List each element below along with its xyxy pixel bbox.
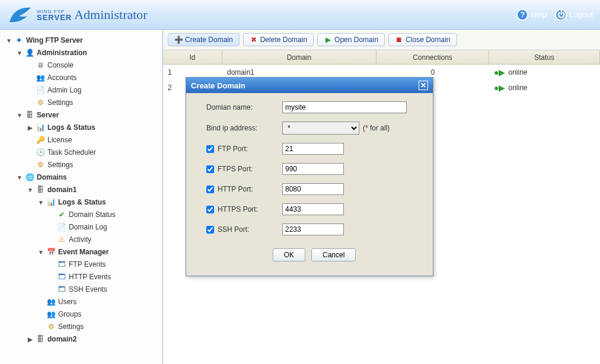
open-domain-button[interactable]: ▶Open Domain [317, 33, 385, 46]
window-icon: 🗔 [57, 285, 66, 295]
domain-name-label: Domian name: [206, 103, 282, 111]
tree-domain1[interactable]: ▼🗄domain1 [27, 184, 160, 196]
online-icon: ●▶ [494, 68, 505, 77]
domain-name-input[interactable] [282, 101, 407, 113]
create-domain-button[interactable]: ➕Create Domain [168, 33, 240, 46]
https-port-input[interactable] [282, 203, 344, 215]
tree-ssh-events[interactable]: 🗔SSH Events [49, 283, 160, 296]
tree-task-scheduler[interactable]: 🕒Task Scheduler [27, 146, 160, 159]
tree-http-events-label: HTTP Events [69, 272, 111, 283]
help-button[interactable]: ? Help [516, 9, 547, 21]
cancel-button[interactable]: Cancel [311, 248, 356, 261]
bind-ip-select[interactable]: * [282, 122, 359, 135]
wing-logo-icon [7, 4, 34, 25]
tree-domain2-label: domain2 [47, 334, 76, 345]
tree-administration[interactable]: ▼👤Administration [17, 47, 160, 59]
log-icon: 📄 [36, 86, 45, 95]
app-logo: WING FTP SERVER Administrator [7, 4, 148, 25]
key-icon: 🔑 [36, 136, 45, 145]
tree-http-events[interactable]: 🗔HTTP Events [49, 271, 160, 283]
disk-icon: 🗄 [36, 186, 45, 195]
https-port-checkbox[interactable] [206, 206, 214, 213]
tree-server[interactable]: ▼🗄Server [17, 109, 160, 122]
delete-domain-label: Delete Domain [260, 36, 307, 44]
http-port-checkbox[interactable] [206, 186, 214, 193]
ssh-port-checkbox[interactable] [206, 226, 214, 234]
open-domain-label: Open Domain [334, 36, 378, 44]
dialog-title-text: Create Domain [191, 81, 245, 90]
close-domain-label: Close Domain [406, 36, 450, 44]
log-icon: 📄 [57, 223, 66, 232]
tree-ftp-events-label: FTP Events [69, 259, 106, 270]
tree-accounts[interactable]: 👥Accounts [27, 72, 160, 84]
dialog-titlebar[interactable]: Create Domain ✕ [186, 78, 433, 93]
dialog-close-button[interactable]: ✕ [419, 81, 428, 90]
ok-button[interactable]: OK [273, 248, 305, 261]
settings-icon: ⚙ [36, 161, 45, 170]
tree-admin-log[interactable]: 📄Admin Log [27, 84, 160, 97]
tree-domain-log[interactable]: 📄Domain Log [49, 221, 160, 234]
help-label: Help [531, 10, 547, 19]
ftps-port-checkbox[interactable] [206, 165, 214, 173]
create-domain-label: Create Domain [185, 36, 233, 44]
delete-icon: ✖ [250, 36, 258, 44]
tree-root[interactable]: ▼✦Wing FTP Server [6, 34, 160, 47]
event-icon: 📅 [46, 248, 56, 257]
close-domain-icon: ⏹ [395, 36, 403, 44]
open-icon: ▶ [324, 36, 332, 44]
tree-groups[interactable]: 👥Groups [38, 308, 160, 321]
tree-server-settings-label: Settings [47, 159, 73, 171]
tree-users-label: Users [58, 296, 76, 308]
tree-ftp-events[interactable]: 🗔FTP Events [49, 258, 160, 271]
tree-groups-label: Groups [58, 309, 81, 320]
groups-icon: 👥 [46, 310, 56, 320]
help-icon: ? [516, 9, 528, 21]
ftps-port-input[interactable] [282, 163, 344, 175]
tree-domains[interactable]: ▼🌐Domains [17, 171, 160, 184]
ssh-port-label: SSH Port: [218, 225, 249, 234]
window-icon: 🗔 [57, 260, 66, 270]
tree-d1-settings[interactable]: ⚙Settings [38, 321, 160, 333]
tree-license-label: License [47, 135, 72, 146]
tree-server-logs[interactable]: ▶📊Logs & Status [27, 122, 160, 134]
tree-d1-logs-status[interactable]: ▼📊Logs & Status [38, 196, 160, 209]
scheduler-icon: 🕒 [36, 148, 45, 158]
delete-domain-button[interactable]: ✖Delete Domain [243, 33, 314, 46]
create-domain-dialog: Create Domain ✕ Domian name: Bind ip add… [186, 77, 433, 276]
tree-server-settings[interactable]: ⚙Settings [27, 159, 160, 171]
col-id-header[interactable]: Id [163, 50, 222, 64]
ftp-port-input[interactable] [282, 143, 344, 155]
tree-administration-label: Administration [37, 47, 87, 59]
http-port-input[interactable] [282, 183, 344, 195]
tree-console-label: Console [47, 60, 74, 71]
tree-domain-status-label: Domain Status [69, 209, 116, 221]
plus-icon: ➕ [174, 36, 183, 44]
tree-domain-log-label: Domain Log [69, 222, 107, 233]
col-domain-header[interactable]: Domain [222, 50, 376, 64]
tree-domain-status[interactable]: ✔Domain Status [49, 209, 160, 221]
tree-domain2[interactable]: ▶🗄domain2 [27, 333, 160, 346]
ssh-port-input[interactable] [282, 223, 344, 235]
col-status-header[interactable]: Status [489, 50, 600, 64]
domain-toolbar: ➕Create Domain ✖Delete Domain ▶Open Doma… [163, 30, 600, 50]
ftp-port-checkbox[interactable] [206, 145, 214, 153]
grid-header: Id Domain Connections Status [163, 50, 600, 65]
tree-users[interactable]: 👥Users [38, 296, 160, 308]
tree-d1-settings-label: Settings [58, 321, 84, 333]
tree-server-label: Server [37, 110, 59, 121]
nav-tree: ▼✦Wing FTP Server ▼👤Administration 🖥Cons… [0, 30, 163, 364]
accounts-icon: 👥 [36, 74, 45, 83]
logout-button[interactable]: ⏻ Logout [555, 9, 593, 21]
tree-event-manager[interactable]: ▼📅Event Manager [38, 246, 160, 258]
cell-domain: domain1 [222, 68, 376, 76]
logs-icon: 📊 [36, 123, 45, 133]
tree-root-label: Wing FTP Server [26, 35, 83, 46]
col-connections-header[interactable]: Connections [376, 50, 489, 64]
tree-activity[interactable]: ⚠Activity [49, 234, 160, 246]
bind-ip-label: Bind ip address: [206, 124, 282, 132]
tree-console[interactable]: 🖥Console [27, 59, 160, 72]
cell-status: ●▶online [489, 68, 600, 77]
close-domain-button[interactable]: ⏹Close Domain [388, 33, 457, 46]
tree-admin-settings[interactable]: ⚙Settings [27, 97, 160, 109]
tree-license[interactable]: 🔑License [27, 134, 160, 146]
